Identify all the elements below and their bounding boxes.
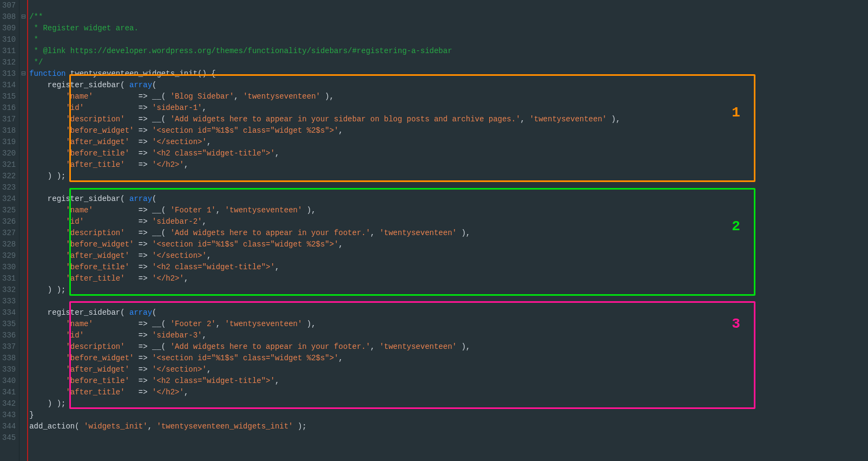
line-number: 334	[2, 307, 16, 319]
code-line[interactable]	[29, 296, 868, 307]
fold-marker	[19, 0, 27, 11]
fold-marker[interactable]: ⊟	[19, 68, 27, 80]
code-token: 'twentyseventeen'	[379, 342, 457, 351]
code-line[interactable]: * @link https://developer.wordpress.org/…	[29, 46, 868, 57]
code-token	[29, 160, 65, 169]
code-line[interactable]: 'before_widget' => '<section id="%1$s" c…	[29, 125, 868, 137]
code-token: 'sidebar-2'	[152, 217, 202, 226]
code-line[interactable]: 'after_widget' => '</section>',	[29, 137, 868, 148]
code-token	[29, 251, 65, 260]
code-token	[29, 126, 65, 135]
fold-marker[interactable]: ⊟	[19, 11, 27, 23]
code-token: 'before_title'	[65, 149, 129, 158]
code-token: ),	[320, 92, 334, 101]
fold-marker	[19, 296, 27, 307]
code-line[interactable]: 'after_title' => '</h2>',	[29, 159, 868, 171]
code-token: 'Add widgets here to appear in your side…	[170, 115, 521, 124]
code-token: 'before_widget'	[65, 126, 134, 135]
code-line[interactable]: ) );	[29, 171, 868, 182]
code-token: 'before_title'	[65, 376, 129, 385]
code-token: '<h2 class="widget-title">'	[152, 263, 275, 271]
code-token: =>	[134, 240, 152, 249]
code-token: 'before_widget'	[65, 240, 134, 249]
code-line[interactable]: 'id' => 'sidebar-1',	[29, 102, 868, 114]
fold-marker	[19, 353, 27, 364]
code-token: '</h2>'	[152, 388, 184, 397]
line-number: 345	[2, 432, 16, 444]
code-token: ) );	[29, 172, 65, 180]
fold-marker	[19, 307, 27, 319]
line-number: 331	[2, 273, 16, 284]
code-line[interactable]: 'before_widget' => '<section id="%1$s" c…	[29, 353, 868, 364]
code-line[interactable]: 'id' => 'sidebar-3',	[29, 330, 868, 341]
code-line[interactable]: 'after_widget' => '</section>',	[29, 250, 868, 262]
code-token: '</section>'	[152, 365, 207, 374]
line-number: 316	[2, 102, 16, 114]
fold-marker	[19, 57, 27, 68]
code-token: 'sidebar-1'	[152, 103, 202, 112]
line-number: 330	[2, 262, 16, 273]
code-token: add_action(	[29, 422, 84, 431]
code-line[interactable]: ) );	[29, 398, 868, 410]
code-token: => __(	[93, 320, 170, 328]
code-line[interactable]: 'before_title' => '<h2 class="widget-tit…	[29, 375, 868, 387]
code-line[interactable]: 'name' => __( 'Footer 1', 'twentysevente…	[29, 205, 868, 216]
code-line[interactable]: */	[29, 57, 868, 68]
code-line[interactable]	[29, 432, 868, 444]
code-token: '<section id="%1$s" class="widget %2$s">…	[152, 240, 338, 249]
code-line[interactable]: }	[29, 410, 868, 421]
code-line[interactable]: 'after_title' => '</h2>',	[29, 273, 868, 284]
code-token: 'name'	[65, 320, 93, 328]
code-line[interactable]: * Register widget area.	[29, 23, 868, 34]
line-number: 336	[2, 330, 16, 341]
code-line[interactable]: function twentyseventeen_widgets_init() …	[29, 68, 868, 80]
code-line[interactable]: 'name' => __( 'Footer 2', 'twentysevente…	[29, 319, 868, 330]
code-line[interactable]	[29, 182, 868, 193]
code-token: =>	[129, 138, 152, 146]
code-token: =>	[134, 126, 152, 135]
code-line[interactable]: ) );	[29, 284, 868, 296]
code-token: 'after_title'	[65, 388, 124, 397]
code-line[interactable]: 'description' => __( 'Add widgets here t…	[29, 341, 868, 353]
fold-marker	[19, 171, 27, 182]
code-line[interactable]: 'description' => __( 'Add widgets here t…	[29, 114, 868, 125]
code-token: ),	[302, 206, 315, 215]
code-line[interactable]: 'after_title' => '</h2>',	[29, 387, 868, 398]
line-number: 324	[2, 193, 16, 205]
code-line[interactable]: 'after_widget' => '</section>',	[29, 364, 868, 375]
code-line[interactable]: add_action( 'widgets_init', 'twentyseven…	[29, 421, 868, 432]
code-line[interactable]: 'before_title' => '<h2 class="widget-tit…	[29, 262, 868, 273]
code-line[interactable]: 'name' => __( 'Blog Sidebar', 'twentysev…	[29, 91, 868, 102]
code-line[interactable]: 'description' => __( 'Add widgets here t…	[29, 228, 868, 239]
code-line[interactable]: register_sidebar( array(	[29, 80, 868, 91]
code-line[interactable]: register_sidebar( array(	[29, 193, 868, 205]
line-number: 337	[2, 341, 16, 353]
code-line[interactable]: *	[29, 34, 868, 46]
fold-column[interactable]: ⊟⊟	[19, 0, 27, 461]
code-token	[29, 274, 65, 283]
code-token: ,	[216, 206, 225, 215]
code-token: => __(	[125, 229, 170, 237]
code-token: '</h2>'	[152, 160, 184, 169]
code-editor[interactable]: 3073083093103113123133143153163173183193…	[0, 0, 868, 461]
code-token	[29, 240, 65, 249]
code-line[interactable]	[29, 0, 868, 11]
code-line[interactable]: 'before_widget' => '<section id="%1$s" c…	[29, 239, 868, 250]
code-line[interactable]: 'before_title' => '<h2 class="widget-tit…	[29, 148, 868, 159]
line-number: 338	[2, 353, 16, 364]
code-token: 'before_widget'	[65, 354, 134, 362]
code-token: =>	[84, 331, 152, 340]
code-line[interactable]: /**	[29, 11, 868, 23]
fold-marker	[19, 273, 27, 284]
code-line[interactable]: register_sidebar( array(	[29, 307, 868, 319]
line-number: 341	[2, 387, 16, 398]
line-number: 308	[2, 11, 16, 23]
code-area[interactable]: /** * Register widget area. * * @link ht…	[28, 0, 868, 461]
code-token: =>	[125, 388, 152, 397]
code-token: 'twentyseventeen'	[225, 206, 303, 215]
code-token: ),	[457, 342, 470, 351]
fold-marker	[19, 193, 27, 205]
code-token: '<h2 class="widget-title">'	[152, 149, 275, 158]
code-token: /**	[29, 12, 43, 21]
code-line[interactable]: 'id' => 'sidebar-2',	[29, 216, 868, 228]
